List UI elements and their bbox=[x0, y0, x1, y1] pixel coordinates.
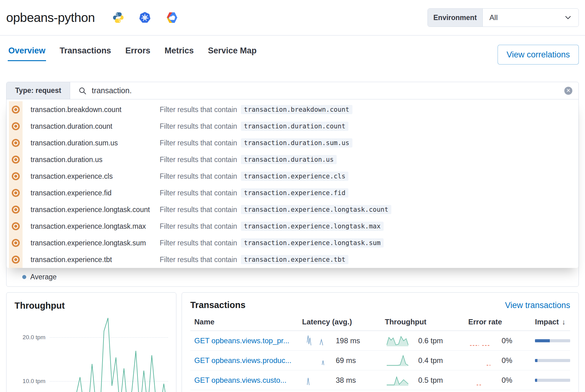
tab-transactions[interactable]: Transactions bbox=[59, 45, 112, 61]
field-icon bbox=[9, 251, 23, 268]
suggestion-description: Filter results that contain transaction.… bbox=[160, 172, 348, 181]
suggestion-item[interactable]: transaction.experience.longtask.count Fi… bbox=[6, 201, 579, 218]
suggestion-code: transaction.experience.longtask.count bbox=[241, 205, 392, 214]
field-icon bbox=[9, 168, 23, 185]
latency-sparkline bbox=[307, 373, 325, 387]
suggestion-code: transaction.experience.longtask.sum bbox=[241, 238, 384, 248]
throughput-sparkline bbox=[387, 373, 408, 387]
impact-bar bbox=[535, 379, 570, 382]
y-axis-tick-10: 10.0 tpm bbox=[15, 378, 45, 385]
transactions-rows: GET opbeans.views.top_pr... 198 ms 0.6 t… bbox=[190, 331, 570, 390]
average-legend-label: Average bbox=[30, 273, 57, 281]
suggestion-item[interactable]: transaction.duration.count Filter result… bbox=[6, 118, 579, 135]
suggestion-code: transaction.experience.cls bbox=[241, 172, 349, 181]
suggestion-code: transaction.experience.longtask.max bbox=[241, 222, 384, 231]
error-rate-sparkline bbox=[469, 334, 491, 348]
chart-legend: Average bbox=[22, 273, 579, 281]
transactions-panel-header: Transactions View transactions bbox=[190, 300, 570, 310]
transactions-table-header: Name Latency (avg.) Throughput Error rat… bbox=[190, 318, 570, 331]
query-input[interactable]: transaction. bbox=[92, 86, 564, 95]
field-icon bbox=[9, 201, 23, 218]
latency-value: 69 ms bbox=[336, 356, 356, 365]
suggestion-code: transaction.duration.count bbox=[241, 122, 349, 131]
service-tabs: OverviewTransactionsErrorsMetricsService… bbox=[0, 35, 585, 65]
suggestion-field-name: transaction.duration.us bbox=[31, 156, 160, 164]
suggestion-item[interactable]: transaction.experience.tbt Filter result… bbox=[6, 251, 579, 268]
sort-desc-icon: ↓ bbox=[562, 318, 566, 326]
suggestions-popover: transaction.breakdown.count Filter resul… bbox=[6, 99, 579, 268]
kubernetes-icon bbox=[139, 11, 151, 24]
suggestion-description: Filter results that contain transaction.… bbox=[160, 188, 348, 198]
tab-overview[interactable]: Overview bbox=[8, 45, 46, 61]
latency-value: 198 ms bbox=[336, 336, 360, 345]
suggestion-field-name: transaction.experience.longtask.sum bbox=[31, 239, 160, 247]
column-header-latency[interactable]: Latency (avg.) bbox=[302, 318, 385, 326]
suggestion-item[interactable]: transaction.experience.cls Filter result… bbox=[6, 168, 579, 185]
search-panel: Type: request transaction. ✕ transaction… bbox=[6, 82, 579, 287]
impact-bar bbox=[535, 359, 570, 362]
chevron-down-icon bbox=[564, 14, 572, 21]
tab-errors[interactable]: Errors bbox=[125, 45, 151, 61]
suggestion-item[interactable]: transaction.experience.fid Filter result… bbox=[6, 185, 579, 201]
transaction-link[interactable]: GET opbeans.views.custo... bbox=[194, 376, 286, 385]
suggestion-field-name: transaction.experience.longtask.count bbox=[31, 206, 160, 214]
column-header-error-rate[interactable]: Error rate bbox=[468, 318, 535, 326]
table-row: GET opbeans.views.produc... 69 ms 0.4 tp… bbox=[190, 351, 570, 370]
average-legend-dot bbox=[22, 275, 26, 279]
suggestion-description: Filter results that contain transaction.… bbox=[160, 138, 352, 148]
search-icon bbox=[78, 86, 87, 95]
throughput-sparkline bbox=[387, 334, 408, 348]
latency-value: 38 ms bbox=[336, 376, 356, 385]
suggestion-code: transaction.experience.tbt bbox=[241, 255, 349, 264]
transactions-panel: Transactions View transactions Name Late… bbox=[182, 292, 579, 392]
transaction-link[interactable]: GET opbeans.views.produc... bbox=[194, 356, 291, 365]
suggestion-description: Filter results that contain transaction.… bbox=[160, 155, 337, 164]
suggestion-item[interactable]: transaction.duration.us Filter results t… bbox=[6, 151, 579, 168]
column-header-name[interactable]: Name bbox=[190, 318, 302, 326]
field-icon bbox=[9, 135, 23, 151]
column-header-impact[interactable]: Impact↓ bbox=[535, 318, 570, 326]
view-transactions-link[interactable]: View transactions bbox=[505, 301, 570, 310]
suggestion-item[interactable]: transaction.duration.sum.us Filter resul… bbox=[6, 135, 579, 151]
suggestion-item[interactable]: transaction.experience.longtask.sum Filt… bbox=[6, 235, 579, 251]
error-rate-sparkline bbox=[469, 373, 491, 387]
field-icon bbox=[9, 235, 23, 251]
error-rate-value: 0% bbox=[502, 376, 512, 385]
suggestion-description: Filter results that contain transaction.… bbox=[160, 238, 384, 248]
transaction-link[interactable]: GET opbeans.views.top_pr... bbox=[194, 336, 289, 345]
throughput-value: 0.5 tpm bbox=[418, 376, 443, 385]
view-correlations-button[interactable]: View correlations bbox=[498, 45, 579, 65]
suggestion-description: Filter results that contain transaction.… bbox=[160, 255, 348, 264]
transactions-table: Name Latency (avg.) Throughput Error rat… bbox=[190, 318, 570, 390]
query-bar: Type: request transaction. ✕ bbox=[6, 82, 579, 99]
environment-value: All bbox=[490, 13, 498, 22]
page-title: opbeans-python bbox=[6, 10, 95, 25]
transactions-title: Transactions bbox=[190, 300, 246, 310]
suggestion-item[interactable]: transaction.experience.longtask.max Filt… bbox=[6, 218, 579, 235]
agent-icons bbox=[112, 11, 178, 24]
suggestion-field-name: transaction.duration.sum.us bbox=[31, 139, 160, 147]
suggestion-code: transaction.duration.sum.us bbox=[241, 138, 352, 148]
suggestion-field-name: transaction.experience.cls bbox=[31, 172, 160, 181]
suggestion-code: transaction.breakdown.count bbox=[241, 105, 352, 114]
environment-filter[interactable]: Environment All bbox=[427, 8, 579, 27]
tab-metrics[interactable]: Metrics bbox=[164, 45, 195, 61]
field-icon bbox=[9, 185, 23, 201]
error-rate-value: 0% bbox=[502, 356, 512, 365]
type-filter-badge[interactable]: Type: request bbox=[6, 82, 70, 99]
column-header-throughput[interactable]: Throughput bbox=[385, 318, 468, 326]
throughput-line-series bbox=[52, 316, 168, 392]
suggestion-code: transaction.duration.us bbox=[241, 155, 337, 164]
apm-service-overview-page: opbeans-python bbox=[0, 0, 585, 392]
suggestion-field-name: transaction.experience.tbt bbox=[31, 256, 160, 264]
field-icon bbox=[9, 218, 23, 235]
suggestion-item[interactable]: transaction.breakdown.count Filter resul… bbox=[6, 101, 579, 118]
suggestion-field-name: transaction.breakdown.count bbox=[31, 106, 160, 114]
environment-label: Environment bbox=[428, 9, 483, 27]
environment-select[interactable]: All bbox=[483, 9, 579, 27]
tab-service-map[interactable]: Service Map bbox=[207, 45, 257, 61]
tabs-list: OverviewTransactionsErrorsMetricsService… bbox=[8, 45, 257, 61]
suggestion-description: Filter results that contain transaction.… bbox=[160, 222, 384, 231]
clear-search-button[interactable]: ✕ bbox=[564, 87, 572, 95]
throughput-title: Throughput bbox=[15, 301, 168, 311]
